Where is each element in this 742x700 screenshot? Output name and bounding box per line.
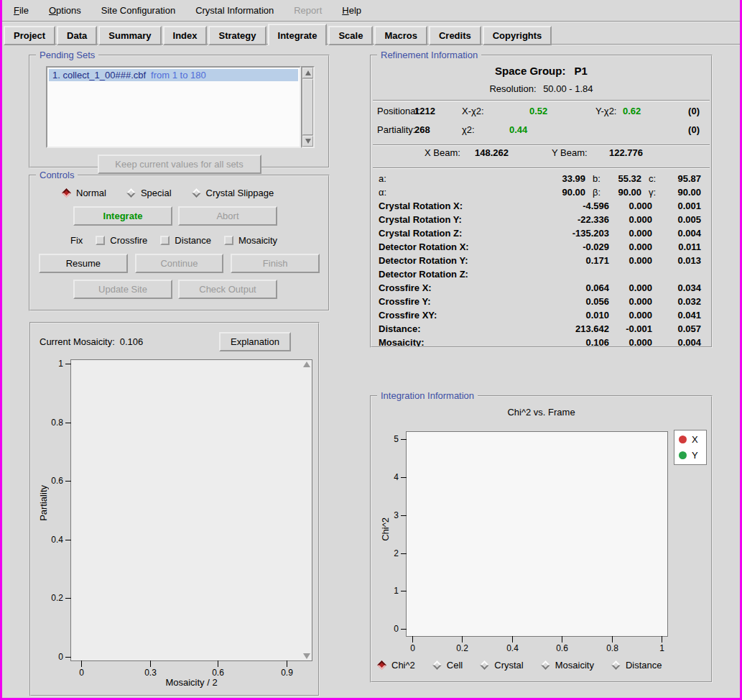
partiality-row: Partiality: 268 χ2: 0.44 (0) — [371, 121, 711, 139]
fix-row: Fix Crossfire Distance Mosaicity — [70, 235, 328, 246]
tab-macros[interactable]: Macros — [374, 26, 427, 45]
row-shift: 0.000 — [609, 199, 652, 213]
radio-chi2-label: Chi^2 — [391, 660, 415, 671]
menubar: File Options Site Configuration Crystal … — [2, 0, 740, 22]
menu-crystal-information[interactable]: Crystal Information — [195, 5, 274, 16]
row-label: Crossfire X: — [379, 281, 537, 295]
cell-beta-value: 90.00 — [606, 185, 641, 199]
scroll-up-button[interactable] — [302, 68, 313, 78]
update-site-button[interactable]: Update Site — [73, 280, 172, 299]
row-label: Detector Rotation Y: — [379, 254, 537, 267]
refinement-row: Crossfire Y:0.0560.0000.032 — [371, 295, 711, 308]
y-tick: 0.6 — [65, 481, 71, 482]
x-tick: 0 — [81, 660, 82, 667]
tab-credits[interactable]: Credits — [429, 26, 481, 45]
mosaicity-plot-xlabel: Mosaicity / 2 — [70, 677, 312, 688]
tab-summary[interactable]: Summary — [98, 26, 161, 45]
y-tick-label: 2 — [394, 548, 399, 558]
integration-frame: Integration Information Chi^2 vs. Frame … — [370, 395, 713, 683]
legend-x-label: X — [692, 434, 698, 445]
y-tick: 5 — [401, 439, 407, 440]
cell-abc-row: a: 33.99 b: 55.32 c: 95.87 — [371, 172, 711, 185]
menu-report[interactable]: Report — [294, 5, 322, 16]
pending-sets-listbox[interactable]: 1. collect_1_00###.cbf from 1 to 180 — [46, 66, 301, 148]
row-value: -4.596 — [537, 199, 609, 213]
refinement-body: Space Group: P1 Resolution: 50.00 - 1.84… — [371, 56, 711, 346]
radio-crystal[interactable]: Crystal — [481, 660, 523, 671]
y-beam-label: Y Beam: — [552, 147, 588, 158]
cell-b-label: b: — [585, 172, 606, 185]
explanation-button[interactable]: Explanation — [219, 332, 291, 351]
chi2-plot-ylabel: Chi^2 — [380, 517, 391, 541]
integrate-button[interactable]: Integrate — [73, 206, 172, 226]
x-beam-label: X Beam: — [425, 147, 460, 158]
row-value: 213.642 — [537, 322, 609, 336]
row-shift: 0.000 — [609, 226, 652, 240]
refinement-row: Detector Rotation Y:0.1710.0000.013 — [371, 254, 711, 267]
beam-row: X Beam: 148.262 Y Beam: 122.776 — [371, 146, 711, 162]
checkbox-crossfire[interactable]: Crossfire — [96, 235, 147, 246]
menu-crystal-information-label: Crystal Information — [195, 5, 274, 16]
arrow-down-icon — [305, 139, 311, 144]
chi2-label: χ2: — [462, 124, 475, 135]
y-tick: 1 — [401, 591, 407, 591]
tab-data[interactable]: Data — [57, 26, 97, 45]
chart-title: Chi^2 vs. Frame — [371, 407, 711, 418]
row-label: Crossfire Y: — [379, 295, 537, 308]
scroll-thumb[interactable] — [302, 79, 313, 135]
y-tick-label: 1 — [394, 586, 399, 596]
tab-strategy[interactable]: Strategy — [208, 26, 266, 45]
application-window: { "window": {"width": 1033, "height": 97… — [0, 0, 742, 700]
radio-mosaicity[interactable]: Mosaicity — [542, 660, 594, 671]
y-tick: 4 — [401, 477, 407, 478]
radio-distance[interactable]: Distance — [613, 660, 662, 671]
continue-button[interactable]: Continue — [135, 254, 224, 273]
y-tick: 0 — [401, 629, 407, 630]
refinement-row: Detector Rotation Z: — [371, 267, 711, 281]
menu-help[interactable]: Help — [342, 5, 361, 16]
menu-site-configuration[interactable]: Site Configuration — [101, 5, 175, 16]
tab-copyrights[interactable]: Copyrights — [483, 26, 552, 45]
space-group-value: P1 — [575, 65, 588, 77]
tab-project[interactable]: Project — [4, 26, 55, 45]
x-tick-label: 0 — [410, 643, 415, 653]
mosaicity-panel: Current Mosaicity: 0.106 Explanation 1 0… — [29, 322, 320, 696]
row-value: -0.029 — [537, 240, 609, 254]
resume-button[interactable]: Resume — [39, 254, 128, 273]
mosaicity-plot-ylabel: Partiality — [38, 485, 49, 521]
radio-chi2[interactable]: Chi^2 — [379, 660, 415, 671]
list-scrollbar[interactable] — [301, 66, 315, 148]
radio-special[interactable]: Special — [128, 188, 172, 198]
abort-button[interactable]: Abort — [178, 206, 277, 226]
x-tick: 0.3 — [150, 660, 151, 667]
refinement-row: Crossfire X:0.0640.0000.034 — [371, 281, 711, 295]
tab-scale[interactable]: Scale — [328, 26, 373, 45]
positional-row: Positional: 1212 X-χ2: 0.52 Y-χ2: 0.62 (… — [371, 103, 711, 120]
row-label: Detector Rotation X: — [379, 240, 537, 254]
radio-diamond-icon — [62, 188, 71, 198]
y-tick-label: 0.8 — [51, 418, 63, 428]
radio-normal-label: Normal — [76, 188, 106, 198]
x-tick: 0.9 — [287, 660, 287, 667]
row-shift: 0.000 — [609, 308, 652, 322]
radio-normal[interactable]: Normal — [63, 188, 106, 198]
arrow-up-icon — [305, 70, 311, 75]
radio-cell[interactable]: Cell — [434, 660, 463, 671]
tab-integrate[interactable]: Integrate — [268, 24, 328, 45]
check-output-button[interactable]: Check Output — [178, 280, 277, 299]
row-value: 0.010 — [537, 308, 609, 322]
keep-values-button[interactable]: Keep current values for all sets — [98, 155, 261, 174]
finish-button[interactable]: Finish — [231, 254, 320, 273]
scroll-down-button[interactable] — [302, 136, 313, 147]
checkbox-distance[interactable]: Distance — [160, 235, 211, 246]
tab-index[interactable]: Index — [163, 26, 208, 45]
checkbox-mosaicity[interactable]: Mosaicity — [224, 235, 277, 246]
menu-options[interactable]: Options — [49, 5, 81, 16]
radio-crystal-slippage[interactable]: Crystal Slippage — [193, 188, 274, 198]
menu-file[interactable]: File — [14, 5, 29, 16]
radio-diamond-icon — [480, 660, 489, 670]
list-item[interactable]: 1. collect_1_00###.cbf from 1 to 180 — [49, 69, 298, 81]
radio-cell-label: Cell — [447, 660, 463, 671]
controls-title: Controls — [36, 170, 78, 180]
row-shift: 0.000 — [609, 213, 652, 226]
